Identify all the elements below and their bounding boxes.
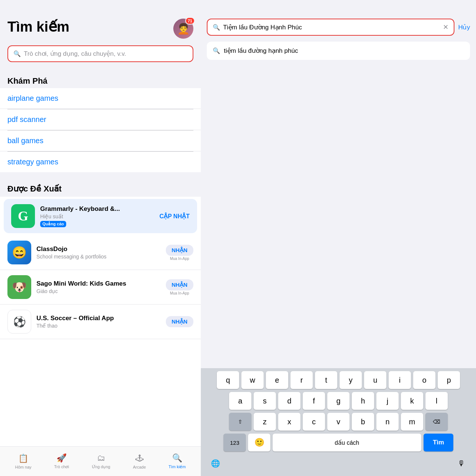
tab-apps[interactable]: 🗂 Ứng dụng — [88, 451, 114, 472]
key-a[interactable]: a — [229, 392, 251, 410]
app-item-soccer[interactable]: ⚽ U.S. Soccer – Official App Thể thao NH… — [0, 305, 201, 339]
discover-item-strategy[interactable]: strategy games — [0, 152, 201, 172]
app-info-grammarly: Grammarly - Keyboard &... Hiệu suất Quản… — [40, 205, 154, 227]
key-e[interactable]: e — [266, 371, 288, 389]
key-q[interactable]: q — [217, 371, 239, 389]
discover-item-airplane[interactable]: airplane games — [0, 88, 201, 109]
get-button-sago[interactable]: NHẬN — [166, 279, 194, 290]
suggestion-text: tiệm lầu đường hạnh phúc — [224, 47, 298, 55]
keyboard-row-2: a s d f g h j k l — [202, 392, 475, 410]
app-subtitle-grammarly: Hiệu suất — [40, 213, 154, 219]
discover-item-pdf[interactable]: pdf scanner — [0, 109, 201, 130]
key-b[interactable]: b — [352, 413, 374, 431]
app-badge-grammarly: Quảng cáo — [40, 221, 66, 227]
key-j[interactable]: j — [376, 392, 399, 410]
get-button-classdojo-sub: Mua In-App — [170, 257, 189, 261]
app-name-classdojo: ClassDojo — [36, 245, 161, 253]
discover-list: airplane games pdf scanner ball games st… — [0, 88, 201, 172]
avatar-container[interactable]: 🧑‍🦱 71 — [173, 19, 193, 39]
bottom-tab-bar: 📋 Hôm nay 🚀 Trò chơi 🗂 Ứng dụng 🕹 Arcade… — [0, 446, 201, 476]
app-icon-soccer: ⚽ — [7, 310, 31, 334]
right-search-value: Tiệm lầu Đường Hạnh Phúc — [223, 23, 440, 31]
key-emoji[interactable]: 🙂 — [248, 434, 270, 451]
app-icon-sago: 🐶 — [7, 275, 31, 299]
key-y[interactable]: y — [340, 371, 362, 389]
key-n[interactable]: n — [376, 413, 399, 431]
key-o[interactable]: o — [413, 371, 435, 389]
key-x[interactable]: x — [278, 413, 300, 431]
tab-arcade[interactable]: 🕹 Arcade — [129, 451, 149, 472]
key-g[interactable]: g — [327, 392, 350, 410]
key-r[interactable]: r — [290, 371, 313, 389]
key-m[interactable]: m — [401, 413, 423, 431]
key-d[interactable]: d — [278, 392, 300, 410]
get-btn-soccer-wrap: NHẬN — [166, 316, 194, 327]
key-v[interactable]: v — [327, 413, 350, 431]
key-s[interactable]: s — [254, 392, 276, 410]
tab-games-label: Trò chơi — [54, 464, 69, 469]
recommended-title: Được Đề Xuất — [0, 178, 201, 197]
update-button-grammarly[interactable]: CẬP NHẬT — [160, 213, 190, 220]
content-area — [201, 62, 476, 368]
key-h[interactable]: h — [352, 392, 374, 410]
key-k[interactable]: k — [401, 392, 423, 410]
keyboard-row-3: ⇧ z x c v b n m ⌫ — [202, 413, 475, 431]
key-z[interactable]: z — [254, 413, 276, 431]
get-btn-sago-wrap: NHẬN Mua In-App — [166, 279, 194, 295]
discover-item-ball[interactable]: ball games — [0, 131, 201, 151]
get-button-soccer[interactable]: NHẬN — [166, 316, 194, 327]
tab-today[interactable]: 📋 Hôm nay — [12, 451, 35, 472]
suggestion-search-icon: 🔍 — [213, 47, 220, 54]
app-item-sago[interactable]: 🐶 Sago Mini World: Kids Games Giáo dục N… — [0, 270, 201, 305]
right-search-bar-row: 🔍 Tiệm lầu Đường Hạnh Phúc ✕ Hủy — [201, 0, 476, 39]
app-item-classdojo[interactable]: 😄 ClassDojo School messaging & portfolio… — [0, 235, 201, 270]
right-panel: 🔍 Tiệm lầu Đường Hạnh Phúc ✕ Hủy 🔍 tiệm … — [201, 0, 476, 476]
tab-arcade-label: Arcade — [133, 465, 146, 469]
left-panel: Tìm kiếm 🧑‍🦱 71 🔍 Trò chơi, ứng dụng, câ… — [0, 0, 201, 476]
search-bar[interactable]: 🔍 Trò chơi, ứng dụng, câu chuyện, v.v. — [7, 45, 193, 62]
app-item-grammarly[interactable]: G Grammarly - Keyboard &... Hiệu suất Qu… — [4, 199, 197, 233]
app-subtitle-sago: Giáo dục — [36, 288, 161, 294]
key-u[interactable]: u — [364, 371, 386, 389]
keyboard-area: q w e r t y u i o p a s d f g h j k l ⇧ … — [201, 368, 476, 476]
get-button-classdojo[interactable]: NHẬN — [166, 245, 194, 256]
key-t[interactable]: t — [315, 371, 337, 389]
keyboard-bottom-row: 🌐 🎙 — [202, 454, 475, 472]
key-search[interactable]: Tìm — [424, 434, 453, 451]
tab-arcade-icon: 🕹 — [135, 454, 144, 463]
key-p[interactable]: p — [438, 371, 460, 389]
key-backspace[interactable]: ⌫ — [425, 413, 448, 431]
tab-search[interactable]: 🔍 Tìm kiếm — [165, 451, 189, 472]
cancel-button[interactable]: Hủy — [458, 23, 470, 31]
key-globe[interactable]: 🌐 — [206, 454, 225, 472]
suggestion-row[interactable]: 🔍 tiệm lầu đường hạnh phúc — [207, 42, 470, 60]
keyboard-row-1: q w e r t y u i o p — [202, 371, 475, 389]
key-i[interactable]: i — [389, 371, 411, 389]
tab-today-label: Hôm nay — [15, 465, 32, 469]
app-info-classdojo: ClassDojo School messaging & portfolios — [36, 245, 161, 260]
app-subtitle-classdojo: School messaging & portfolios — [36, 254, 161, 260]
page-title: Tìm kiếm — [7, 19, 70, 35]
get-btn-classdojo-wrap: NHẬN Mua In-App — [166, 245, 194, 261]
app-name-soccer: U.S. Soccer – Official App — [36, 315, 161, 322]
app-icon-grammarly: G — [11, 204, 35, 228]
app-info-soccer: U.S. Soccer – Official App Thể thao — [36, 315, 161, 329]
search-placeholder: Trò chơi, ứng dụng, câu chuyện, v.v. — [24, 50, 126, 58]
key-space[interactable]: dấu cách — [273, 434, 421, 451]
app-info-sago: Sago Mini World: Kids Games Giáo dục — [36, 280, 161, 294]
search-icon: 🔍 — [13, 50, 21, 57]
app-subtitle-soccer: Thể thao — [36, 323, 161, 329]
left-header: Tìm kiếm 🧑‍🦱 71 — [0, 0, 201, 42]
notification-badge: 71 — [185, 17, 195, 25]
key-shift[interactable]: ⇧ — [229, 413, 251, 431]
key-l[interactable]: l — [425, 392, 448, 410]
key-num123[interactable]: 123 — [223, 434, 246, 451]
key-w[interactable]: w — [241, 371, 264, 389]
key-f[interactable]: f — [303, 392, 325, 410]
clear-search-button[interactable]: ✕ — [443, 23, 448, 31]
right-search-bar[interactable]: 🔍 Tiệm lầu Đường Hạnh Phúc ✕ — [207, 19, 454, 36]
key-mic[interactable]: 🎙 — [452, 454, 471, 472]
key-c[interactable]: c — [303, 413, 325, 431]
tab-games[interactable]: 🚀 Trò chơi — [51, 451, 73, 472]
app-name-grammarly: Grammarly - Keyboard &... — [40, 205, 154, 213]
